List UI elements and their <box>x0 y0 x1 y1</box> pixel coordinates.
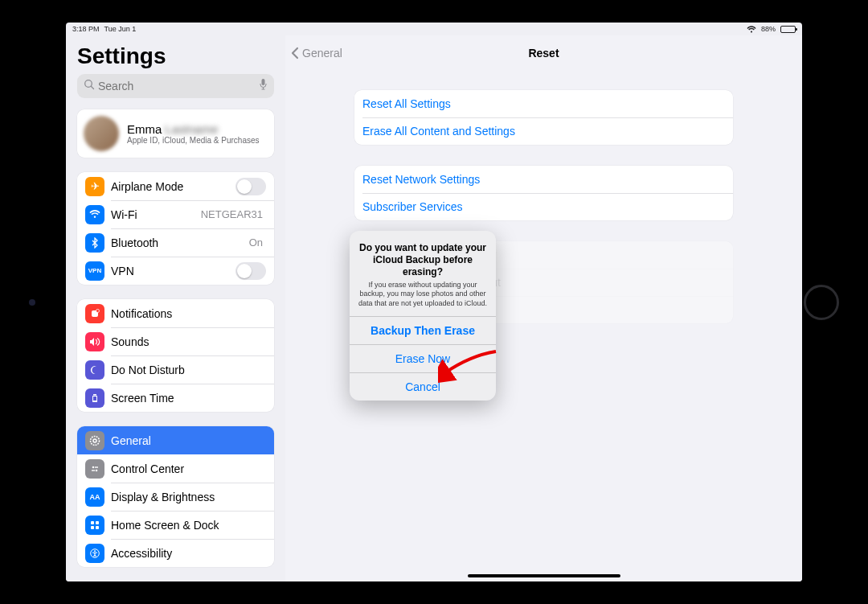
svg-rect-16 <box>91 526 94 529</box>
accessibility-icon <box>85 544 104 563</box>
display-icon: AA <box>85 487 104 507</box>
sidebar-group-connectivity: ✈︎ Airplane Mode Wi-Fi NETGEAR31 Bluetoo… <box>77 172 274 285</box>
vpn-icon: VPN <box>85 261 104 281</box>
svg-line-1 <box>91 86 93 88</box>
svg-point-6 <box>96 309 100 312</box>
svg-rect-17 <box>96 526 99 529</box>
label: Screen Time <box>111 392 266 405</box>
control-center-icon <box>85 459 104 479</box>
main-split: Settings EmmaLastname Apple ID, iCloud, … <box>66 35 802 581</box>
sidebar-item-bluetooth[interactable]: Bluetooth On <box>77 228 274 257</box>
label: Control Center <box>111 462 266 475</box>
sidebar-item-screentime[interactable]: Screen Time <box>77 384 274 412</box>
svg-point-10 <box>92 466 95 468</box>
reset-network[interactable]: Reset Network Settings <box>354 166 733 193</box>
profile-name: Emma <box>127 122 162 136</box>
content-pane: General Reset Reset All Settings Erase A… <box>285 35 802 581</box>
sidebar-item-sounds[interactable]: Sounds <box>77 327 274 355</box>
alert-subtitle: If you erase without updating your backu… <box>358 281 488 308</box>
status-bar: 3:18 PM Tue Jun 1 88% <box>66 23 802 35</box>
sounds-icon <box>85 332 104 351</box>
status-date: Tue Jun 1 <box>104 25 137 33</box>
sidebar-group-alerts: Notifications Sounds Do Not Disturb Scre… <box>77 299 274 412</box>
search-icon <box>84 79 95 93</box>
svg-point-9 <box>93 439 96 442</box>
ipad-frame: 3:18 PM Tue Jun 1 88% Settings <box>0 0 868 604</box>
wifi-icon <box>747 26 756 33</box>
erase-now-button[interactable]: Erase Now <box>350 344 496 372</box>
detail-value: NETGEAR31 <box>201 208 263 220</box>
alert-title: Do you want to update your iCloud Backup… <box>358 242 488 278</box>
sidebar-item-dnd[interactable]: Do Not Disturb <box>77 355 274 384</box>
profile-name-redacted: Lastname <box>165 122 218 136</box>
home-screen-icon <box>85 516 104 535</box>
svg-point-19 <box>94 550 96 552</box>
label: Sounds <box>111 335 266 348</box>
label: VPN <box>111 265 235 277</box>
sidebar-item-general[interactable]: General <box>77 426 274 454</box>
label: Do Not Disturb <box>111 364 266 376</box>
profile-card[interactable]: EmmaLastname Apple ID, iCloud, Media & P… <box>77 109 274 158</box>
page-title: Settings <box>66 35 285 74</box>
svg-rect-7 <box>93 397 96 401</box>
label: Wi-Fi <box>111 208 201 221</box>
search-input[interactable] <box>98 80 256 92</box>
home-indicator[interactable] <box>468 574 620 577</box>
svg-rect-2 <box>262 79 265 85</box>
battery-icon <box>780 26 796 33</box>
sidebar-item-notifications[interactable]: Notifications <box>77 299 274 327</box>
dnd-icon <box>85 360 104 380</box>
cancel-button[interactable]: Cancel <box>350 372 496 401</box>
sidebar-item-airplane[interactable]: ✈︎ Airplane Mode <box>77 172 274 200</box>
sidebar-item-controlcenter[interactable]: Control Center <box>77 454 274 483</box>
airplane-icon: ✈︎ <box>85 177 104 196</box>
label: Airplane Mode <box>111 180 235 193</box>
label: Accessibility <box>111 547 266 560</box>
alert-dialog: Do you want to update your iCloud Backup… <box>350 231 496 401</box>
label: Bluetooth <box>111 236 249 249</box>
gear-icon <box>85 431 104 450</box>
svg-point-8 <box>91 436 100 445</box>
airplane-toggle[interactable] <box>235 178 266 195</box>
reset-all-settings[interactable]: Reset All Settings <box>354 90 733 117</box>
sidebar-item-display[interactable]: AA Display & Brightness <box>77 483 274 511</box>
profile-sub: Apple ID, iCloud, Media & Purchases <box>127 136 260 145</box>
sidebar: Settings EmmaLastname Apple ID, iCloud, … <box>66 35 285 581</box>
sidebar-item-accessibility[interactable]: Accessibility <box>77 539 274 567</box>
backup-then-erase-button[interactable]: Backup Then Erase <box>350 316 496 344</box>
detail-value: On <box>249 236 263 249</box>
screen: 3:18 PM Tue Jun 1 88% Settings <box>66 23 802 581</box>
label: Home Screen & Dock <box>111 519 266 532</box>
battery-percent: 88% <box>761 25 776 33</box>
erase-all-content[interactable]: Erase All Content and Settings <box>354 117 733 145</box>
screentime-icon <box>85 388 104 408</box>
subscriber-services[interactable]: Subscriber Services <box>354 193 733 220</box>
status-time: 3:18 PM <box>72 25 100 33</box>
sidebar-item-homescreen[interactable]: Home Screen & Dock <box>77 511 274 539</box>
label: Display & Brightness <box>111 491 266 503</box>
svg-rect-11 <box>95 466 98 467</box>
label: General <box>111 434 266 447</box>
notifications-icon <box>85 304 104 323</box>
svg-rect-15 <box>96 521 99 524</box>
bluetooth-icon <box>85 233 104 253</box>
vpn-toggle[interactable] <box>235 262 266 280</box>
nav-bar: General Reset <box>285 35 802 71</box>
sidebar-item-wifi[interactable]: Wi-Fi NETGEAR31 <box>77 200 274 228</box>
nav-title: Reset <box>285 47 802 60</box>
svg-rect-13 <box>92 470 95 470</box>
wifi-icon <box>85 205 104 224</box>
search-bar[interactable] <box>77 74 274 98</box>
svg-rect-14 <box>91 521 94 524</box>
sidebar-item-vpn[interactable]: VPN VPN <box>77 257 274 285</box>
sidebar-group-device: General Control Center AA Display & Brig… <box>77 426 274 567</box>
avatar <box>84 116 119 151</box>
reset-group-2: Reset Network Settings Subscriber Servic… <box>354 166 733 220</box>
front-camera <box>29 299 35 306</box>
reset-group-1: Reset All Settings Erase All Content and… <box>354 90 733 145</box>
label: Notifications <box>111 307 266 320</box>
mic-icon[interactable] <box>259 78 268 94</box>
svg-point-12 <box>96 469 98 471</box>
